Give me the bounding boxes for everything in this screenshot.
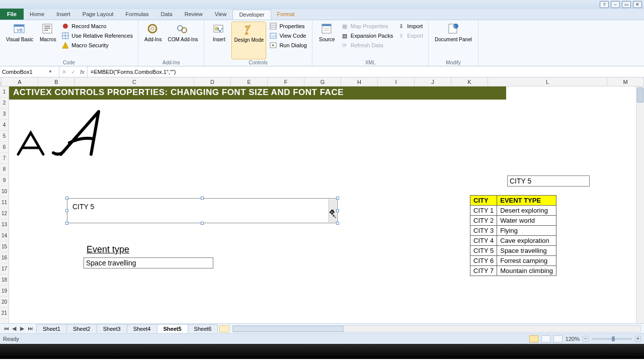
table-cell[interactable]: CITY 4 bbox=[470, 236, 497, 246]
tab-formulas[interactable]: Formulas bbox=[120, 10, 155, 20]
name-box-input[interactable] bbox=[2, 69, 48, 75]
sheet-tab[interactable]: Sheet2 bbox=[66, 324, 97, 333]
last-sheet-button[interactable]: ⏭ bbox=[26, 325, 34, 332]
column-header[interactable]: L bbox=[488, 77, 607, 86]
addins-button[interactable]: Add-Ins bbox=[142, 22, 164, 59]
table-cell[interactable]: Flying bbox=[497, 226, 556, 236]
resize-handle[interactable] bbox=[336, 197, 339, 200]
column-header[interactable]: K bbox=[451, 77, 488, 86]
table-cell[interactable]: CITY 7 bbox=[470, 266, 497, 276]
page-break-view-button[interactable] bbox=[553, 335, 562, 342]
fx-button[interactable]: fx bbox=[77, 66, 88, 77]
resize-handle[interactable] bbox=[201, 197, 204, 200]
sheet-tab[interactable]: Sheet4 bbox=[127, 324, 157, 333]
hscroll-thumb[interactable] bbox=[233, 326, 344, 332]
row-header[interactable]: 6 bbox=[0, 142, 9, 153]
row-header[interactable]: 13 bbox=[0, 219, 9, 230]
table-cell[interactable]: Mountain climbing bbox=[497, 266, 556, 276]
column-header[interactable]: D bbox=[194, 77, 231, 86]
row-header[interactable]: 5 bbox=[0, 131, 9, 142]
view-code-button[interactable]: </>View Code bbox=[268, 31, 307, 40]
resize-handle[interactable] bbox=[65, 197, 68, 200]
row-header[interactable]: 20 bbox=[0, 297, 9, 308]
scroll-thumb[interactable] bbox=[637, 87, 643, 103]
row-header[interactable]: 14 bbox=[0, 230, 9, 241]
column-header[interactable]: M bbox=[607, 77, 644, 86]
row-header[interactable]: 9 bbox=[0, 175, 9, 186]
column-header[interactable]: E bbox=[231, 77, 268, 86]
formula-input[interactable]: =EMBED("Forms.ComboBox.1","") bbox=[88, 69, 644, 75]
row-header[interactable]: 17 bbox=[0, 263, 9, 275]
column-header[interactable]: G bbox=[304, 77, 341, 86]
zoom-out-button[interactable]: − bbox=[583, 336, 589, 342]
sheet-tab[interactable]: Sheet1 bbox=[36, 324, 67, 333]
row-header[interactable]: 18 bbox=[0, 275, 9, 286]
resize-handle[interactable] bbox=[201, 222, 204, 225]
name-box[interactable]: ▼ bbox=[0, 66, 59, 77]
row-header[interactable]: 15 bbox=[0, 241, 9, 252]
column-header[interactable]: A bbox=[2, 77, 38, 86]
help-button[interactable]: ? bbox=[600, 1, 609, 8]
row-header[interactable]: 19 bbox=[0, 286, 9, 297]
row-header[interactable]: 16 bbox=[0, 252, 9, 263]
xml-source-button[interactable]: Source bbox=[316, 22, 338, 59]
table-cell[interactable]: Forrest camping bbox=[497, 256, 556, 266]
combobox-dropdown-button[interactable]: ▼ bbox=[329, 199, 337, 222]
sheet-tab[interactable]: Sheet6 bbox=[188, 324, 218, 333]
restore-button[interactable]: ▭ bbox=[622, 1, 631, 8]
column-header[interactable]: B bbox=[38, 77, 75, 86]
enter-icon[interactable]: ✓ bbox=[68, 66, 77, 77]
table-cell[interactable]: CITY 3 bbox=[470, 226, 497, 236]
design-mode-button[interactable]: Design Mode bbox=[231, 22, 266, 59]
row-header[interactable]: 3 bbox=[0, 109, 9, 120]
zoom-in-button[interactable]: + bbox=[635, 336, 641, 342]
column-header[interactable]: C bbox=[75, 77, 194, 86]
row-header[interactable]: 1 bbox=[0, 86, 9, 98]
column-header[interactable]: H bbox=[341, 77, 378, 86]
tab-home[interactable]: Home bbox=[24, 10, 50, 20]
macros-button[interactable]: Macros bbox=[37, 22, 58, 59]
row-header[interactable]: 12 bbox=[0, 208, 9, 219]
resize-handle[interactable] bbox=[65, 209, 68, 212]
column-header[interactable]: F bbox=[268, 77, 304, 86]
row-header[interactable]: 2 bbox=[0, 98, 9, 109]
worksheet-grid[interactable]: ABCDEFGHIJKLM 12345678910111213141516171… bbox=[0, 77, 644, 324]
run-dialog-button[interactable]: Run Dialog bbox=[268, 41, 307, 50]
table-cell[interactable]: CITY 1 bbox=[470, 206, 497, 216]
insert-control-button[interactable]: Insert bbox=[208, 22, 229, 59]
activex-combobox[interactable]: CITY 5 ▼ bbox=[67, 198, 338, 223]
horizontal-scrollbar[interactable] bbox=[232, 325, 641, 332]
cancel-icon[interactable]: ✕ bbox=[59, 66, 68, 77]
table-cell[interactable]: Water world bbox=[497, 216, 556, 226]
file-tab[interactable]: File bbox=[0, 9, 24, 20]
row-header[interactable]: 10 bbox=[0, 186, 9, 197]
linked-cell[interactable]: CITY 5 bbox=[507, 175, 590, 187]
visual-basic-button[interactable]: VB Visual Basic bbox=[4, 22, 35, 59]
row-header[interactable]: 8 bbox=[0, 164, 9, 175]
resize-handle[interactable] bbox=[65, 222, 68, 225]
column-header[interactable]: I bbox=[378, 77, 415, 86]
properties-button[interactable]: Properties bbox=[268, 22, 307, 31]
resize-handle[interactable] bbox=[336, 222, 339, 225]
table-cell[interactable]: CITY 2 bbox=[470, 216, 497, 226]
com-addins-button[interactable]: COM Add-Ins bbox=[166, 22, 200, 59]
tab-view[interactable]: View bbox=[209, 10, 233, 20]
sheet-tab[interactable]: Sheet3 bbox=[97, 324, 127, 333]
close-button[interactable]: ✕ bbox=[633, 1, 642, 8]
row-header[interactable]: 21 bbox=[0, 308, 9, 319]
expansion-packs-button[interactable]: ▧Expansion Packs bbox=[340, 31, 394, 40]
first-sheet-button[interactable]: ⏮ bbox=[2, 325, 10, 332]
os-taskbar[interactable] bbox=[0, 344, 644, 359]
table-cell[interactable]: Cave exploration bbox=[497, 236, 556, 246]
tab-developer[interactable]: Developer bbox=[232, 10, 271, 20]
row-header[interactable]: 7 bbox=[0, 153, 9, 164]
zoom-slider[interactable] bbox=[592, 338, 632, 340]
resize-handle[interactable] bbox=[336, 209, 339, 212]
tab-format[interactable]: Format bbox=[271, 10, 301, 20]
normal-view-button[interactable] bbox=[529, 335, 538, 342]
tab-data[interactable]: Data bbox=[154, 10, 178, 20]
table-cell[interactable]: Desert exploring bbox=[497, 206, 556, 216]
sheet-tab[interactable]: Sheet5 bbox=[157, 324, 188, 333]
tab-insert[interactable]: Insert bbox=[50, 10, 76, 20]
next-sheet-button[interactable]: ▶ bbox=[18, 325, 26, 332]
